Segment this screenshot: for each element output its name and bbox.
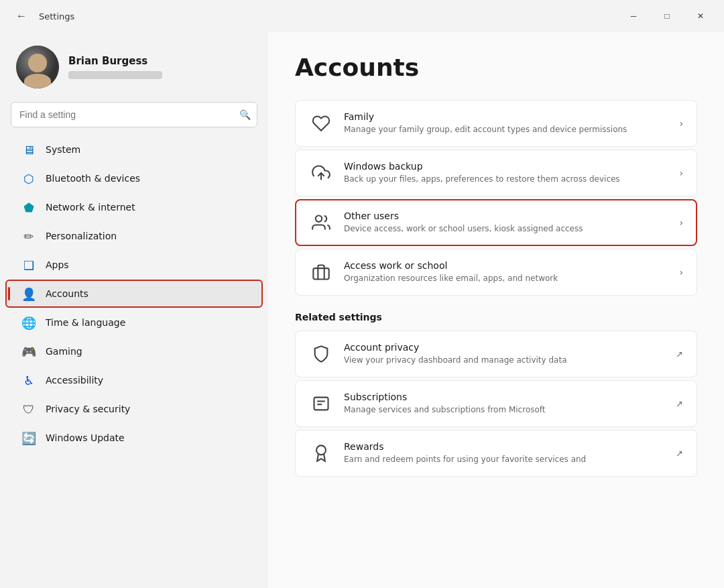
time-language-icon: 🌐 [21,315,36,330]
rewards-desc: Earn and redeem points for using your fa… [344,454,668,465]
maximize-button[interactable]: □ [652,5,682,27]
nav-label-accessibility: Accessibility [46,375,103,386]
user-email-bar [68,71,162,79]
access-work-school-chevron: › [679,267,683,278]
privacy-security-icon: 🛡 [21,402,36,416]
apps-icon: ❑ [21,257,36,272]
subscriptions-title: Subscriptions [344,392,668,402]
accessibility-icon: ♿ [21,373,36,388]
svg-point-6 [316,445,326,455]
nav-label-privacy-security: Privacy & security [46,404,130,414]
window-controls: ─ □ ✕ [618,5,716,27]
close-button[interactable]: ✕ [685,5,716,27]
search-box: 🔍 [11,102,257,127]
avatar [16,46,59,89]
access-work-school-icon [309,260,333,284]
bluetooth-icon: ⬡ [21,171,36,186]
rewards-title: Rewards [344,441,668,452]
subscriptions-icon [309,392,333,416]
user-info: Brian Burgess [68,55,162,79]
nav-label-apps: Apps [46,259,69,270]
access-work-school-title: Access work or school [344,260,671,271]
rewards-text: Rewards Earn and redeem points for using… [344,441,668,465]
windows-update-icon: 🔄 [21,430,36,445]
nav-label-personalization: Personalization [46,231,117,241]
family-desc: Manage your family group, edit account t… [344,124,671,135]
rewards-external-icon: ↗ [676,449,683,459]
nav-item-network[interactable]: ⬟ Network & internet [5,193,263,221]
access-work-school-desc: Organization resources like email, apps,… [344,273,671,284]
nav-label-time-language: Time & language [46,317,125,328]
user-name: Brian Burgess [68,55,162,67]
card-account-privacy[interactable]: Account privacy View your privacy dashbo… [295,331,697,377]
accounts-icon: 👤 [21,286,36,301]
nav-item-windows-update[interactable]: 🔄 Windows Update [5,424,263,452]
account-privacy-external-icon: ↗ [676,349,683,359]
nav-label-windows-update: Windows Update [46,432,125,443]
windows-backup-text: Windows backup Back up your files, apps,… [344,161,671,185]
other-users-icon [309,211,333,235]
nav-item-accessibility[interactable]: ♿ Accessibility [5,366,263,394]
nav-label-gaming: Gaming [46,346,82,357]
family-text: Family Manage your family group, edit ac… [344,111,671,135]
app-title: Settings [39,11,74,21]
nav-item-apps[interactable]: ❑ Apps [5,251,263,279]
minimize-button[interactable]: ─ [618,5,649,27]
windows-backup-desc: Back up your files, apps, preferences to… [344,174,671,185]
svg-rect-2 [313,268,328,279]
account-privacy-text: Account privacy View your privacy dashbo… [344,342,668,366]
other-users-chevron: › [679,217,683,228]
account-privacy-desc: View your privacy dashboard and manage a… [344,355,668,366]
windows-backup-title: Windows backup [344,161,671,172]
other-users-text: Other users Device access, work or schoo… [344,211,671,235]
other-users-desc: Device access, work or school users, kio… [344,223,671,235]
family-title: Family [344,111,671,122]
card-family[interactable]: Family Manage your family group, edit ac… [295,100,697,147]
nav-item-accounts[interactable]: 👤 Accounts [5,280,263,308]
svg-rect-3 [314,398,328,410]
svg-point-1 [316,216,322,222]
access-work-school-text: Access work or school Organization resou… [344,260,671,284]
nav-label-accounts: Accounts [46,288,88,299]
other-users-title: Other users [344,211,671,221]
title-bar: ← Settings ─ □ ✕ [0,0,724,32]
windows-backup-icon [309,161,333,185]
nav-item-gaming[interactable]: 🎮 Gaming [5,337,263,365]
nav-label-system: System [46,144,80,155]
gaming-icon: 🎮 [21,344,36,359]
card-windows-backup[interactable]: Windows backup Back up your files, apps,… [295,150,697,196]
subscriptions-desc: Manage services and subscriptions from M… [344,404,668,416]
nav-item-time-language[interactable]: 🌐 Time & language [5,308,263,337]
related-settings-label: Related settings [295,312,697,322]
network-icon: ⬟ [21,200,36,215]
back-button[interactable]: ← [11,5,32,27]
app-layout: Brian Burgess 🔍 🖥 System ⬡ Bluetooth & d… [0,32,724,588]
content-area: Accounts Family Manage your family group… [268,32,724,588]
nav-item-privacy-security[interactable]: 🛡 Privacy & security [5,395,263,423]
family-chevron: › [679,118,683,129]
subscriptions-text: Subscriptions Manage services and subscr… [344,392,668,416]
system-icon: 🖥 [21,142,36,157]
windows-backup-chevron: › [679,168,683,178]
sidebar: Brian Burgess 🔍 🖥 System ⬡ Bluetooth & d… [0,32,268,588]
subscriptions-external-icon: ↗ [676,399,683,409]
family-icon [309,111,333,135]
card-other-users[interactable]: Other users Device access, work or schoo… [295,199,697,246]
nav-item-system[interactable]: 🖥 System [5,135,263,164]
rewards-icon [309,441,333,465]
card-subscriptions[interactable]: Subscriptions Manage services and subscr… [295,380,697,427]
avatar-image [16,46,59,89]
account-privacy-icon [309,342,333,366]
nav-label-network: Network & internet [46,202,135,213]
card-access-work-school[interactable]: Access work or school Organization resou… [295,249,697,296]
nav-item-personalization[interactable]: ✏ Personalization [5,222,263,250]
page-title: Accounts [295,54,697,81]
search-input[interactable] [11,102,257,127]
user-profile[interactable]: Brian Burgess [0,38,268,99]
personalization-icon: ✏ [21,229,36,243]
nav-label-bluetooth: Bluetooth & devices [46,173,140,184]
card-rewards[interactable]: Rewards Earn and redeem points for using… [295,430,697,477]
nav-item-bluetooth[interactable]: ⬡ Bluetooth & devices [5,164,263,192]
account-privacy-title: Account privacy [344,342,668,353]
